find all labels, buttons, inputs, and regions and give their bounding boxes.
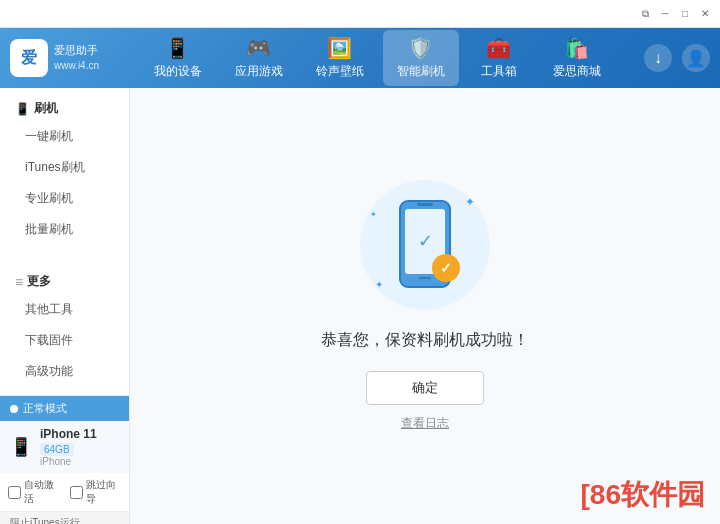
store-icon: 🛍️ xyxy=(564,36,589,60)
sidebar-item-itunes-flash[interactable]: iTunes刷机 xyxy=(0,152,129,183)
sidebar-section-flash: 📱 刷机 一键刷机 iTunes刷机 专业刷机 批量刷机 xyxy=(0,88,129,253)
app-logo: 爱 爱思助手 www.i4.cn xyxy=(10,39,100,77)
bypass-guide-input[interactable] xyxy=(70,486,83,499)
window-controls: ⧉ ─ □ ✕ xyxy=(638,7,712,21)
title-bar: ⧉ ─ □ ✕ xyxy=(0,0,720,28)
maximize-btn[interactable]: □ xyxy=(678,7,692,21)
sidebar-item-pro-flash[interactable]: 专业刷机 xyxy=(0,183,129,214)
nav-bar: 爱 爱思助手 www.i4.cn 📱 我的设备 🎮 应用游戏 🖼️ 铃声壁纸 🛡… xyxy=(0,28,720,88)
nav-item-smart-flash[interactable]: 🛡️ 智能刷机 xyxy=(383,30,459,86)
close-btn[interactable]: ✕ xyxy=(698,7,712,21)
restore-btn[interactable]: ⧉ xyxy=(638,7,652,21)
flash-icon: 🛡️ xyxy=(408,36,433,60)
sidebar-section-more: ≡ 更多 其他工具 下载固件 高级功能 xyxy=(0,261,129,395)
sidebar-item-one-click-flash[interactable]: 一键刷机 xyxy=(0,121,129,152)
content-area: ✦ ✦ ✦ ✓ ✓ 恭喜您，保资料刷机成功啦！ 确定 查看日志 xyxy=(130,88,720,524)
minimize-btn[interactable]: ─ xyxy=(658,7,672,21)
sparkle-1: ✦ xyxy=(465,195,475,209)
sidebar-more-title: ≡ 更多 xyxy=(0,269,129,294)
watermark-bracket: [ xyxy=(581,479,590,510)
device-details: iPhone 11 64GB iPhone xyxy=(40,427,97,467)
block-itunes-bar: 阻止iTunes运行 xyxy=(0,511,129,524)
view-log-link[interactable]: 查看日志 xyxy=(401,415,449,432)
bypass-guide-checkbox[interactable]: 跳过向导 xyxy=(70,478,122,506)
confirm-button[interactable]: 确定 xyxy=(366,371,484,405)
nav-item-apps-games[interactable]: 🎮 应用游戏 xyxy=(221,30,297,86)
svg-rect-2 xyxy=(417,203,433,206)
sidebar-item-advanced[interactable]: 高级功能 xyxy=(0,356,129,387)
sidebar-footer: 自动激活 跳过向导 xyxy=(0,473,129,511)
nav-right: ↓ 👤 xyxy=(644,44,710,72)
nav-item-store[interactable]: 🛍️ 爱思商城 xyxy=(539,30,615,86)
sparkle-2: ✦ xyxy=(370,210,377,219)
device-mode: 正常模式 xyxy=(0,396,129,421)
sidebar-item-batch-flash[interactable]: 批量刷机 xyxy=(0,214,129,245)
sparkle-3: ✦ xyxy=(375,279,383,290)
auto-activate-checkbox[interactable]: 自动激活 xyxy=(8,478,60,506)
nav-item-toolbox[interactable]: 🧰 工具箱 xyxy=(464,30,534,86)
device-icon: 📱 xyxy=(165,36,190,60)
device-small-icon: 📱 xyxy=(10,436,32,458)
success-message: 恭喜您，保资料刷机成功啦！ xyxy=(321,330,529,351)
auto-activate-input[interactable] xyxy=(8,486,21,499)
watermark-text: 86软件园 xyxy=(590,479,705,510)
ringtone-icon: 🖼️ xyxy=(327,36,352,60)
download-btn[interactable]: ↓ xyxy=(644,44,672,72)
sidebar-item-download-firmware[interactable]: 下载固件 xyxy=(0,325,129,356)
user-btn[interactable]: 👤 xyxy=(682,44,710,72)
success-circle: ✦ ✦ ✦ ✓ ✓ xyxy=(360,180,490,310)
logo-icon: 爱 xyxy=(10,39,48,77)
phone-wrapper: ✓ ✓ xyxy=(395,199,455,292)
toolbox-icon: 🧰 xyxy=(486,36,511,60)
logo-text: 爱思助手 www.i4.cn xyxy=(54,43,99,72)
sidebar-item-other-tools[interactable]: 其他工具 xyxy=(0,294,129,325)
nav-item-ringtone[interactable]: 🖼️ 铃声壁纸 xyxy=(302,30,378,86)
check-badge: ✓ xyxy=(432,254,460,282)
main-layout: 📱 刷机 一键刷机 iTunes刷机 专业刷机 批量刷机 ≡ 更多 其他工具 下… xyxy=(0,88,720,524)
more-section-icon: ≡ xyxy=(15,274,23,290)
sidebar-bottom: 正常模式 📱 iPhone 11 64GB iPhone 自动激活 跳过向导 xyxy=(0,395,129,524)
sidebar-section-title-flash: 📱 刷机 xyxy=(0,96,129,121)
watermark: [86软件园 xyxy=(581,476,705,514)
device-info: 📱 iPhone 11 64GB iPhone xyxy=(0,421,129,473)
success-illustration: ✦ ✦ ✦ ✓ ✓ xyxy=(360,180,490,310)
mode-dot xyxy=(10,405,18,413)
nav-items: 📱 我的设备 🎮 应用游戏 🖼️ 铃声壁纸 🛡️ 智能刷机 🧰 工具箱 🛍️ 爱… xyxy=(110,30,644,86)
nav-item-my-device[interactable]: 📱 我的设备 xyxy=(140,30,216,86)
sidebar: 📱 刷机 一键刷机 iTunes刷机 专业刷机 批量刷机 ≡ 更多 其他工具 下… xyxy=(0,88,130,524)
apps-icon: 🎮 xyxy=(246,36,271,60)
phone-section-icon: 📱 xyxy=(15,102,30,116)
svg-text:✓: ✓ xyxy=(418,231,433,251)
